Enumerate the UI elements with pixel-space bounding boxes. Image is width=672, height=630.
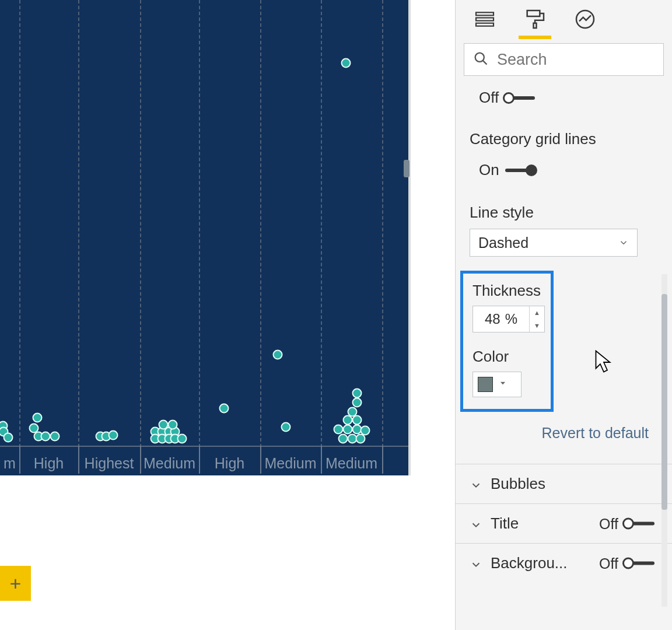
toggle-label: Off [479,89,499,107]
chevron-down-icon [618,235,629,251]
category-gridline [199,0,200,447]
category-gridline [19,0,20,447]
spinner-up[interactable]: ▲ [530,306,544,319]
x-axis-label: Highest [85,455,134,472]
section-title: Bubbles [491,475,545,493]
title-section-header[interactable]: Title Off [456,503,672,543]
chart-canvas-area: mHighHighestMediumHighMediumMedium + [0,0,414,630]
pane-tab-strip [456,0,672,36]
data-bubble[interactable] [352,388,362,398]
svg-line-7 [483,61,487,64]
background-toggle[interactable]: Off [599,555,654,572]
format-pane: Off Category grid lines On Line style Da… [455,0,672,630]
data-bubble[interactable] [343,415,353,425]
toggle-switch[interactable] [505,169,536,172]
section-title: Title [491,514,519,533]
chart-scrollbar-thumb[interactable] [404,160,410,177]
x-axis-tick [78,446,79,474]
svg-point-6 [475,53,484,62]
spinner-down[interactable]: ▼ [530,319,544,332]
svg-rect-1 [476,18,494,21]
color-picker[interactable] [473,372,522,397]
data-bubble[interactable] [352,415,362,425]
data-bubble[interactable] [343,425,353,435]
data-bubble[interactable] [341,58,351,68]
analytics-tab[interactable] [572,8,598,33]
category-gridline [260,0,261,447]
toggle-switch[interactable] [505,96,535,100]
x-axis-tick [382,446,383,474]
fields-tab[interactable] [472,8,498,33]
data-bubble[interactable] [50,432,60,442]
bubbles-section-header[interactable]: Bubbles [456,464,672,503]
analytics-icon [573,8,597,33]
revert-to-default-link[interactable]: Revert to default [456,412,672,446]
color-swatch [478,377,493,392]
data-bubble[interactable] [273,350,283,360]
svg-rect-4 [534,23,537,28]
caret-down-icon [499,379,507,390]
color-label: Color [473,348,541,366]
toggle-switch[interactable] [624,562,654,565]
data-bubble[interactable] [168,420,178,430]
line-style-label: Line style [470,204,658,222]
svg-rect-0 [476,12,494,15]
data-bubble[interactable] [4,433,13,443]
data-bubble[interactable] [33,413,43,423]
x-axis-label: Medium [144,455,195,472]
toggle-switch[interactable] [624,522,654,526]
thickness-unit: % [505,311,517,327]
data-bubble[interactable] [281,422,291,432]
title-toggle[interactable]: Off [599,515,654,532]
add-page-tab[interactable]: + [0,566,31,601]
x-axis-label: Medium [326,455,377,472]
search-field[interactable] [464,43,664,76]
search-icon [473,50,489,69]
category-gridlines-toggle[interactable]: On [479,161,658,179]
x-axis-label: High [34,455,64,472]
toggle-label: Off [599,555,618,572]
svg-rect-3 [527,10,540,16]
data-bubble[interactable] [356,434,366,444]
format-tab[interactable] [522,8,548,33]
background-section-header[interactable]: Backgrou... Off [456,543,672,583]
x-axis-label: Medium [265,455,317,472]
svg-rect-2 [476,23,494,26]
x-axis-tick [321,446,322,474]
pane-scrollbar-thumb[interactable] [662,294,667,510]
data-bubble[interactable] [338,434,348,444]
chevron-down-icon [470,517,482,530]
x-axis-label: High [215,455,244,472]
search-input[interactable] [489,51,672,69]
data-bubble[interactable] [108,430,118,440]
data-bubble[interactable] [352,398,362,408]
x-axis-tick [199,446,200,474]
x-axis-tick [140,446,141,474]
data-bubble[interactable] [41,432,51,442]
thickness-label: Thickness [473,282,541,300]
category-gridline [382,0,383,447]
data-bubble[interactable] [159,420,169,430]
dot-plot-chart[interactable]: mHighHighestMediumHighMediumMedium [0,0,411,475]
fields-icon [473,8,496,33]
x-axis-tick [19,446,20,474]
category-gridline [78,0,79,447]
data-bubble[interactable] [334,425,344,435]
line-style-value: Dashed [478,235,528,251]
thickness-value: 48 [485,311,501,327]
category-gridline [140,0,141,447]
thickness-spinner[interactable]: 48 % ▲ ▼ [473,306,545,332]
previous-section-toggle[interactable]: Off [479,89,658,107]
paint-roller-icon [523,8,547,33]
category-gridline [321,0,322,447]
thickness-color-highlight: Thickness 48 % ▲ ▼ Color [460,271,554,412]
toggle-label: On [479,161,499,179]
x-axis-tick [260,446,261,474]
data-bubble[interactable] [177,434,187,444]
chevron-down-icon [470,557,482,570]
toggle-label: Off [599,515,618,532]
x-axis-label: m [4,455,16,472]
chevron-down-icon [470,478,482,491]
data-bubble[interactable] [219,404,229,414]
line-style-dropdown[interactable]: Dashed [470,229,638,257]
